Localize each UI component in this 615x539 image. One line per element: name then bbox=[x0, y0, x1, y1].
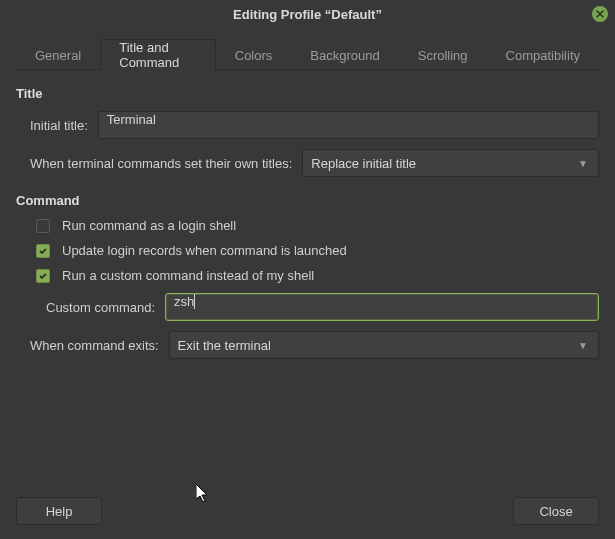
chevron-down-icon: ▼ bbox=[578, 158, 588, 169]
titlebar: Editing Profile “Default” bbox=[0, 0, 615, 28]
initial-title-label: Initial title: bbox=[16, 118, 98, 133]
tab-label: Title and Command bbox=[119, 40, 197, 70]
custom-command-value: zsh bbox=[174, 294, 194, 309]
login-shell-checkbox[interactable] bbox=[36, 219, 50, 233]
tab-compatibility[interactable]: Compatibility bbox=[487, 39, 599, 70]
custom-command-input[interactable]: zsh bbox=[165, 293, 599, 321]
custom-cmd-enable-label: Run a custom command instead of my shell bbox=[62, 268, 314, 283]
close-icon bbox=[595, 9, 605, 19]
footer: Help Close bbox=[0, 487, 615, 539]
update-login-row[interactable]: Update login records when command is lau… bbox=[36, 243, 599, 258]
own-titles-value: Replace initial title bbox=[311, 156, 416, 171]
tab-title-and-command[interactable]: Title and Command bbox=[100, 39, 216, 70]
custom-cmd-enable-checkbox[interactable] bbox=[36, 269, 50, 283]
tab-label: Compatibility bbox=[506, 48, 580, 63]
update-login-checkbox[interactable] bbox=[36, 244, 50, 258]
own-titles-label: When terminal commands set their own tit… bbox=[16, 156, 302, 171]
tab-label: General bbox=[35, 48, 81, 63]
title-section-heading: Title bbox=[16, 86, 599, 101]
text-caret bbox=[194, 294, 195, 309]
exit-label: When command exits: bbox=[16, 338, 169, 353]
exit-action-value: Exit the terminal bbox=[178, 338, 271, 353]
chevron-down-icon: ▼ bbox=[578, 340, 588, 351]
close-button-label: Close bbox=[539, 504, 572, 519]
tab-colors[interactable]: Colors bbox=[216, 39, 292, 70]
login-shell-label: Run command as a login shell bbox=[62, 218, 236, 233]
login-shell-row[interactable]: Run command as a login shell bbox=[36, 218, 599, 233]
tab-general[interactable]: General bbox=[16, 39, 100, 70]
close-button[interactable]: Close bbox=[513, 497, 599, 525]
window-title: Editing Profile “Default” bbox=[233, 7, 382, 22]
help-button[interactable]: Help bbox=[16, 497, 102, 525]
initial-title-value: Terminal bbox=[107, 112, 156, 127]
own-titles-select[interactable]: Replace initial title ▼ bbox=[302, 149, 599, 177]
tab-label: Colors bbox=[235, 48, 273, 63]
check-icon bbox=[38, 271, 48, 281]
help-button-label: Help bbox=[46, 504, 73, 519]
exit-action-select[interactable]: Exit the terminal ▼ bbox=[169, 331, 599, 359]
initial-title-input[interactable]: Terminal bbox=[98, 111, 599, 139]
tab-label: Background bbox=[310, 48, 379, 63]
command-section-heading: Command bbox=[16, 193, 599, 208]
tabs: General Title and Command Colors Backgro… bbox=[16, 38, 599, 70]
tab-background[interactable]: Background bbox=[291, 39, 398, 70]
custom-cmd-enable-row[interactable]: Run a custom command instead of my shell bbox=[36, 268, 599, 283]
window-close-button[interactable] bbox=[592, 6, 608, 22]
check-icon bbox=[38, 246, 48, 256]
update-login-label: Update login records when command is lau… bbox=[62, 243, 347, 258]
tab-scrolling[interactable]: Scrolling bbox=[399, 39, 487, 70]
tab-label: Scrolling bbox=[418, 48, 468, 63]
custom-cmd-label: Custom command: bbox=[16, 300, 165, 315]
